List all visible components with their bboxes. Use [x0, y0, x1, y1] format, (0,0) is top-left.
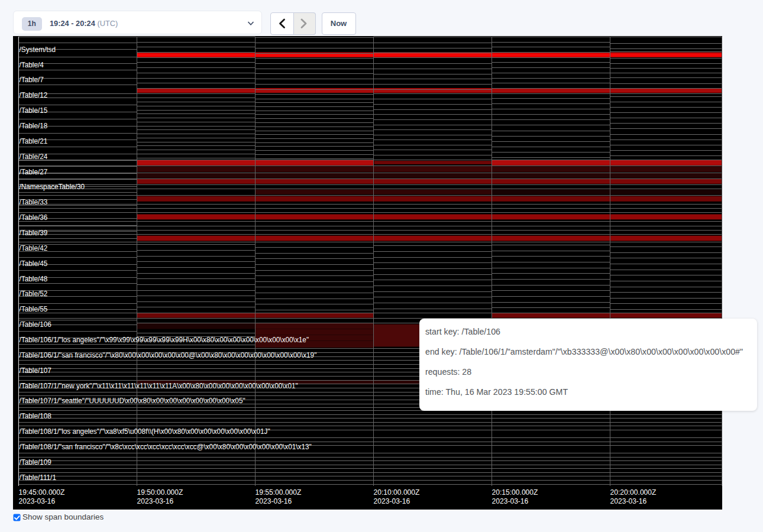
svg-text:/NamespaceTable/30: /NamespaceTable/30 — [20, 182, 85, 191]
svg-text:2023-03-16: 2023-03-16 — [492, 497, 529, 505]
svg-text:20:20:00.000Z: 20:20:00.000Z — [610, 488, 657, 496]
svg-text:/Table/18: /Table/18 — [20, 121, 48, 130]
svg-text:/Table/45: /Table/45 — [20, 259, 48, 268]
svg-text:/Table/15: /Table/15 — [20, 106, 48, 115]
svg-text:/Table/12: /Table/12 — [20, 90, 48, 99]
svg-text:/Table/42: /Table/42 — [20, 244, 48, 252]
svg-text:/Table/106/1/"san francisco"/": /Table/106/1/"san francisco"/"\x80\x00\x… — [20, 351, 317, 359]
svg-text:/Table/111/1: /Table/111/1 — [20, 473, 56, 482]
svg-text:/Table/107/1/"seattle"/"UUUUUU: /Table/107/1/"seattle"/"UUUUUUD\x00\x80\… — [20, 396, 245, 405]
svg-text:/Table/108/1/"los angeles"/"\x: /Table/108/1/"los angeles"/"\xa8\xf5\u00… — [20, 427, 270, 436]
svg-text:/Table/52: /Table/52 — [20, 289, 48, 298]
svg-text:/Table/108/1/"san francisco"/": /Table/108/1/"san francisco"/"\x8c\xcc\x… — [20, 442, 312, 451]
svg-text:/Table/107/1/"new york"/"\x11\: /Table/107/1/"new york"/"\x11\x11\x11\x1… — [20, 381, 298, 390]
svg-text:/Table/55: /Table/55 — [20, 304, 48, 313]
svg-text:/Table/106/1/"los angeles"/"\x: /Table/106/1/"los angeles"/"\x99\x99\x99… — [20, 335, 309, 344]
svg-text:/Table/109: /Table/109 — [20, 458, 51, 466]
svg-text:/Table/36: /Table/36 — [20, 213, 48, 222]
svg-text:2023-03-16: 2023-03-16 — [374, 497, 410, 505]
svg-text:/Table/33: /Table/33 — [20, 197, 48, 206]
svg-text:/Table/48: /Table/48 — [20, 274, 48, 283]
svg-text:19:50:00.000Z: 19:50:00.000Z — [137, 488, 183, 496]
svg-text:19:55:00.000Z: 19:55:00.000Z — [256, 488, 302, 496]
svg-text:/System/tsd: /System/tsd — [20, 45, 56, 54]
svg-text:2023-03-16: 2023-03-16 — [610, 497, 647, 505]
svg-text:20:15:00.000Z: 20:15:00.000Z — [492, 488, 538, 496]
svg-text:/Table/107: /Table/107 — [20, 366, 51, 375]
svg-text:/Table/39: /Table/39 — [20, 228, 48, 237]
svg-text:2023-03-16: 2023-03-16 — [19, 497, 56, 505]
svg-text:19:45:00.000Z: 19:45:00.000Z — [19, 488, 65, 496]
svg-text:/Table/21: /Table/21 — [20, 137, 48, 145]
svg-text:/Table/7: /Table/7 — [20, 75, 44, 84]
svg-text:20:10:00.000Z: 20:10:00.000Z — [374, 488, 420, 496]
svg-text:/Table/24: /Table/24 — [20, 152, 48, 161]
svg-text:/Table/27: /Table/27 — [20, 167, 48, 176]
svg-text:/Table/108: /Table/108 — [20, 411, 51, 420]
svg-text:/Table/106: /Table/106 — [20, 320, 51, 329]
svg-text:2023-03-16: 2023-03-16 — [256, 497, 292, 505]
svg-text:/Table/4: /Table/4 — [20, 60, 44, 69]
svg-text:2023-03-16: 2023-03-16 — [137, 497, 174, 505]
